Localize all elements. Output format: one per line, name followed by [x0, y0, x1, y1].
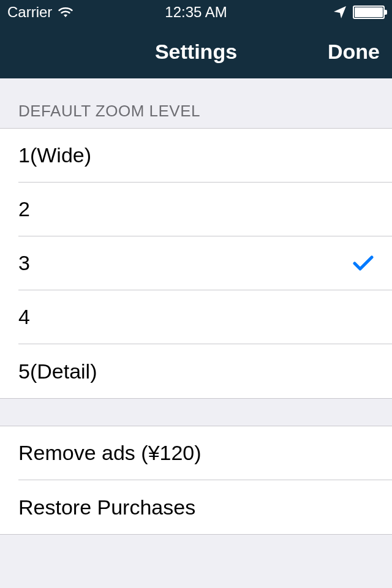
restore-purchases-row[interactable]: Restore Purchases — [18, 480, 392, 534]
zoom-option-4[interactable]: 4 — [18, 290, 392, 344]
status-right — [333, 6, 385, 19]
zoom-option-2[interactable]: 2 — [18, 183, 392, 236]
zoom-option-label: 4 — [18, 305, 30, 329]
carrier-label: Carrier — [7, 4, 52, 21]
zoom-option-1-wide[interactable]: 1(Wide) — [18, 129, 392, 183]
zoom-option-label: 5(Detail) — [18, 360, 97, 383]
zoom-option-label: 2 — [18, 197, 30, 221]
zoom-level-table: 1(Wide) 2 3 4 5(Detail) — [0, 128, 392, 399]
battery-icon — [353, 6, 385, 19]
done-button[interactable]: Done — [328, 40, 380, 64]
status-time: 12:35 AM — [165, 4, 227, 21]
zoom-option-5-detail[interactable]: 5(Detail) — [18, 344, 392, 398]
zoom-option-3[interactable]: 3 — [18, 236, 392, 290]
page-title: Settings — [155, 40, 237, 64]
location-icon — [333, 6, 347, 19]
zoom-section-header: DEFAULT ZOOM LEVEL — [0, 78, 392, 128]
purchases-table: Remove ads (¥120) Restore Purchases — [0, 426, 392, 535]
status-bar: Carrier 12:35 AM — [0, 0, 392, 24]
status-left: Carrier — [7, 4, 74, 21]
nav-bar: Settings Done — [0, 24, 392, 78]
restore-purchases-label: Restore Purchases — [18, 496, 195, 519]
zoom-option-label: 1(Wide) — [18, 143, 91, 167]
checkmark-icon — [353, 255, 374, 271]
remove-ads-row[interactable]: Remove ads (¥120) — [18, 426, 392, 480]
remove-ads-label: Remove ads (¥120) — [18, 441, 202, 465]
wifi-icon — [57, 6, 74, 18]
section-gap — [0, 399, 392, 426]
settings-content: DEFAULT ZOOM LEVEL 1(Wide) 2 3 4 5(Detai… — [0, 78, 392, 535]
zoom-option-label: 3 — [18, 251, 30, 275]
